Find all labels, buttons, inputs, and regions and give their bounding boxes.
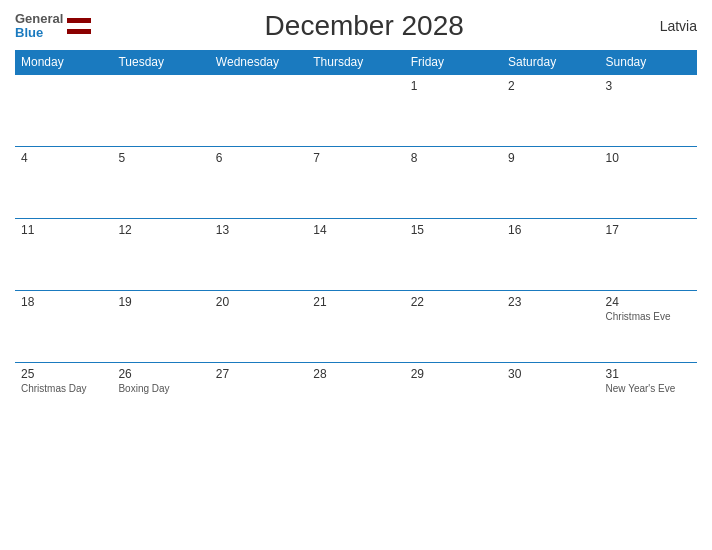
day-number: 9 [508,151,593,165]
calendar-day-cell: 30 [502,363,599,435]
calendar-week-row: 18192021222324Christmas Eve [15,291,697,363]
logo: General Blue [15,12,91,41]
day-number: 22 [411,295,496,309]
day-number: 26 [118,367,203,381]
latvia-flag-icon [67,18,91,34]
calendar-week-row: 45678910 [15,147,697,219]
calendar-day-cell: 22 [405,291,502,363]
header-wednesday: Wednesday [210,50,307,75]
country-label: Latvia [637,18,697,34]
day-number: 19 [118,295,203,309]
calendar-week-row: 123 [15,75,697,147]
calendar-day-cell: 11 [15,219,112,291]
day-event: Boxing Day [118,383,203,394]
calendar-day-cell: 25Christmas Day [15,363,112,435]
calendar-day-cell: 12 [112,219,209,291]
calendar-day-cell: 1 [405,75,502,147]
logo-general: General [15,11,63,26]
day-number: 13 [216,223,301,237]
day-event: Christmas Day [21,383,106,394]
calendar-day-cell: 14 [307,219,404,291]
day-number: 27 [216,367,301,381]
calendar-day-cell: 31New Year's Eve [600,363,697,435]
header-thursday: Thursday [307,50,404,75]
calendar-day-cell: 5 [112,147,209,219]
day-number: 21 [313,295,398,309]
header-saturday: Saturday [502,50,599,75]
header-tuesday: Tuesday [112,50,209,75]
logo-text: General Blue [15,12,63,41]
day-number: 24 [606,295,691,309]
day-number: 2 [508,79,593,93]
calendar-day-cell: 24Christmas Eve [600,291,697,363]
day-number: 29 [411,367,496,381]
day-number: 1 [411,79,496,93]
day-number: 23 [508,295,593,309]
calendar-day-cell: 18 [15,291,112,363]
calendar-day-cell: 21 [307,291,404,363]
calendar-day-cell: 4 [15,147,112,219]
calendar-day-cell: 19 [112,291,209,363]
calendar-day-cell: 28 [307,363,404,435]
calendar-title: December 2028 [91,10,637,42]
calendar-day-cell: 7 [307,147,404,219]
day-number: 16 [508,223,593,237]
logo-blue: Blue [15,25,43,40]
day-number: 7 [313,151,398,165]
page: General Blue December 2028 Latvia Monday… [0,0,712,550]
day-event: Christmas Eve [606,311,691,322]
day-number: 14 [313,223,398,237]
calendar-day-cell: 8 [405,147,502,219]
calendar-day-cell: 10 [600,147,697,219]
day-number: 5 [118,151,203,165]
day-event: New Year's Eve [606,383,691,394]
calendar-day-cell: 20 [210,291,307,363]
calendar-day-cell: 9 [502,147,599,219]
calendar-day-cell [15,75,112,147]
day-number: 10 [606,151,691,165]
calendar-week-row: 11121314151617 [15,219,697,291]
header-friday: Friday [405,50,502,75]
day-number: 4 [21,151,106,165]
day-number: 3 [606,79,691,93]
day-number: 12 [118,223,203,237]
calendar-day-cell: 3 [600,75,697,147]
day-number: 15 [411,223,496,237]
day-number: 31 [606,367,691,381]
day-number: 18 [21,295,106,309]
calendar-day-cell: 13 [210,219,307,291]
calendar-week-row: 25Christmas Day26Boxing Day2728293031New… [15,363,697,435]
calendar-day-cell: 17 [600,219,697,291]
calendar-day-cell: 2 [502,75,599,147]
calendar-day-cell: 27 [210,363,307,435]
calendar-day-cell: 16 [502,219,599,291]
header: General Blue December 2028 Latvia [15,10,697,42]
calendar-day-cell [112,75,209,147]
day-number: 8 [411,151,496,165]
header-monday: Monday [15,50,112,75]
header-sunday: Sunday [600,50,697,75]
calendar-day-cell: 6 [210,147,307,219]
day-number: 25 [21,367,106,381]
calendar-day-cell [210,75,307,147]
calendar-table: Monday Tuesday Wednesday Thursday Friday… [15,50,697,435]
calendar-day-cell [307,75,404,147]
calendar-day-cell: 26Boxing Day [112,363,209,435]
calendar-day-cell: 29 [405,363,502,435]
day-number: 28 [313,367,398,381]
calendar-day-cell: 15 [405,219,502,291]
day-number: 11 [21,223,106,237]
day-number: 6 [216,151,301,165]
day-number: 17 [606,223,691,237]
calendar-day-cell: 23 [502,291,599,363]
day-number: 20 [216,295,301,309]
day-number: 30 [508,367,593,381]
weekday-header-row: Monday Tuesday Wednesday Thursday Friday… [15,50,697,75]
